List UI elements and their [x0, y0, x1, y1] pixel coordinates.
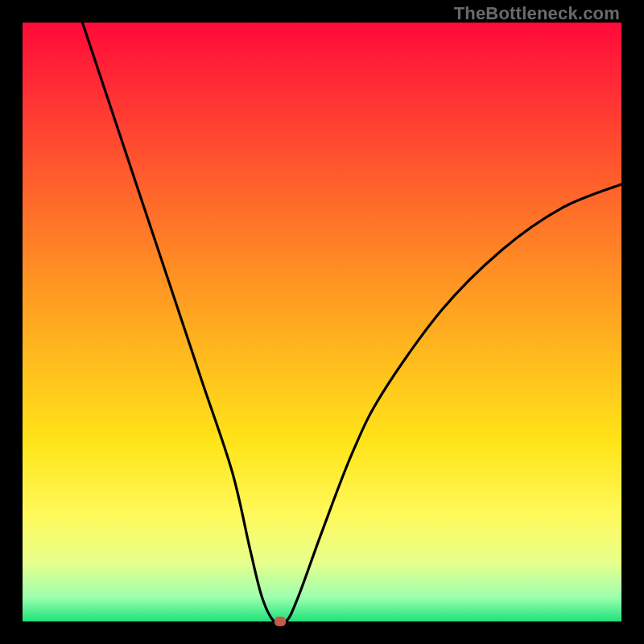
bottleneck-curve: [82, 23, 621, 621]
chart-frame: TheBottleneck.com: [0, 0, 644, 644]
optimal-point-marker: [275, 617, 286, 626]
watermark-text: TheBottleneck.com: [454, 3, 620, 24]
plot-area: [23, 23, 621, 621]
curve-svg: [23, 23, 621, 621]
